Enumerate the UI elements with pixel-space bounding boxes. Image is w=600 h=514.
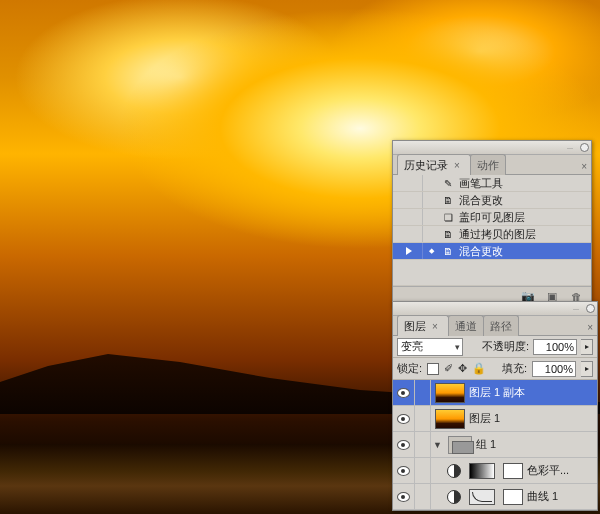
link-col[interactable] <box>415 380 431 405</box>
layers-panel[interactable]: — 图层 × 通道 路径 × 变亮 不透明度: 100% ▸ 锁定: ✐ ✥ 🔒… <box>392 301 598 511</box>
history-empty-area[interactable] <box>393 260 591 286</box>
layer-name[interactable]: 色彩平... <box>527 463 569 478</box>
visibility-toggle[interactable] <box>393 484 415 509</box>
visibility-toggle[interactable] <box>393 380 415 405</box>
panel-menu-icon[interactable]: × <box>581 161 587 174</box>
history-item[interactable]: 混合更改 <box>393 192 591 209</box>
adjustment-layer-row[interactable]: 色彩平... <box>393 458 597 484</box>
history-item[interactable]: 盖印可见图层 <box>393 209 591 226</box>
layer-group-row[interactable]: ▼ 组 1 <box>393 432 597 458</box>
brush-lock-icon[interactable]: ✐ <box>444 362 453 375</box>
opacity-slider-icon[interactable]: ▸ <box>581 339 593 355</box>
history-label: 混合更改 <box>459 193 503 208</box>
eye-icon <box>397 492 410 502</box>
document-icon <box>441 229 455 240</box>
eye-icon <box>397 414 410 424</box>
fill-input[interactable]: 100% <box>532 361 576 377</box>
history-item-selected[interactable]: ◆ 混合更改 <box>393 243 591 260</box>
blend-opacity-row: 变亮 不透明度: 100% ▸ <box>393 336 597 358</box>
fill-label: 填充: <box>502 361 527 376</box>
fill-slider-icon[interactable]: ▸ <box>581 361 593 377</box>
tab-history[interactable]: 历史记录 × <box>397 154 471 175</box>
tab-close-icon[interactable]: × <box>454 160 460 173</box>
layer-thumbnail[interactable] <box>469 489 495 505</box>
tab-paths[interactable]: 路径 <box>483 315 519 336</box>
tab-label: 图层 <box>404 320 426 332</box>
blend-mode-select[interactable]: 变亮 <box>397 338 463 356</box>
eye-icon <box>397 388 410 398</box>
disclosure-triangle-icon[interactable]: ▼ <box>433 440 442 450</box>
tab-actions[interactable]: 动作 <box>470 154 506 175</box>
layer-thumbnail[interactable] <box>469 463 495 479</box>
marker-icon: ◆ <box>429 247 434 255</box>
layer-name[interactable]: 图层 1 副本 <box>469 385 525 400</box>
history-snapshot-col[interactable] <box>395 175 423 191</box>
minimize-icon[interactable]: — <box>573 306 580 312</box>
move-lock-icon[interactable]: ✥ <box>458 362 467 375</box>
visibility-toggle[interactable] <box>393 406 415 431</box>
lock-label: 锁定: <box>397 361 422 376</box>
minimize-icon[interactable]: — <box>567 145 574 151</box>
history-tabs: 历史记录 × 动作 × <box>393 155 591 175</box>
layer-list: 图层 1 副本 图层 1 ▼ 组 1 色彩平... <box>393 380 597 510</box>
layers-tabs: 图层 × 通道 路径 × <box>393 316 597 336</box>
history-item[interactable]: 通过拷贝的图层 <box>393 226 591 243</box>
layer-name[interactable]: 组 1 <box>476 437 496 452</box>
brush-icon <box>441 178 455 189</box>
history-label: 混合更改 <box>459 244 503 259</box>
tab-close-icon[interactable]: × <box>432 321 438 334</box>
history-label: 画笔工具 <box>459 176 503 191</box>
panel-titlebar[interactable]: — <box>393 302 597 316</box>
lock-all-icon[interactable]: 🔒 <box>472 362 486 375</box>
layer-row-selected[interactable]: 图层 1 副本 <box>393 380 597 406</box>
panel-titlebar[interactable]: — <box>393 141 591 155</box>
history-label: 通过拷贝的图层 <box>459 227 536 242</box>
adjustment-icon <box>447 464 461 478</box>
history-label: 盖印可见图层 <box>459 210 525 225</box>
lock-fill-row: 锁定: ✐ ✥ 🔒 填充: 100% ▸ <box>393 358 597 380</box>
flyout-icon[interactable] <box>580 143 589 152</box>
history-list: 画笔工具 混合更改 盖印可见图层 通过拷贝的图层 ◆ 混合更改 <box>393 175 591 286</box>
tab-layers[interactable]: 图层 × <box>397 315 449 336</box>
document-icon <box>441 246 455 257</box>
play-icon <box>406 247 412 255</box>
opacity-input[interactable]: 100% <box>533 339 577 355</box>
document-icon <box>441 195 455 206</box>
layer-name[interactable]: 曲线 1 <box>527 489 558 504</box>
layer-thumbnail[interactable] <box>435 409 465 429</box>
visibility-toggle[interactable] <box>393 432 415 457</box>
history-panel[interactable]: — 历史记录 × 动作 × 画笔工具 混合更改 盖印可见图层 <box>392 140 592 307</box>
folder-icon <box>448 436 472 454</box>
eye-icon <box>397 466 410 476</box>
eye-icon <box>397 440 410 450</box>
tab-channels[interactable]: 通道 <box>448 315 484 336</box>
layer-thumbnail[interactable] <box>435 383 465 403</box>
adjustment-layer-row[interactable]: 曲线 1 <box>393 484 597 510</box>
visibility-toggle[interactable] <box>393 458 415 483</box>
mask-thumbnail[interactable] <box>503 489 523 505</box>
history-item[interactable]: 画笔工具 <box>393 175 591 192</box>
mask-thumbnail[interactable] <box>503 463 523 479</box>
stamp-icon <box>441 212 455 223</box>
panel-menu-icon[interactable]: × <box>587 322 593 335</box>
flyout-icon[interactable] <box>586 304 595 313</box>
tab-label: 历史记录 <box>404 159 448 171</box>
layer-name[interactable]: 图层 1 <box>469 411 500 426</box>
lock-transparency-checkbox[interactable] <box>427 363 439 375</box>
adjustment-icon <box>447 490 461 504</box>
layer-row[interactable]: 图层 1 <box>393 406 597 432</box>
opacity-label: 不透明度: <box>482 339 529 354</box>
